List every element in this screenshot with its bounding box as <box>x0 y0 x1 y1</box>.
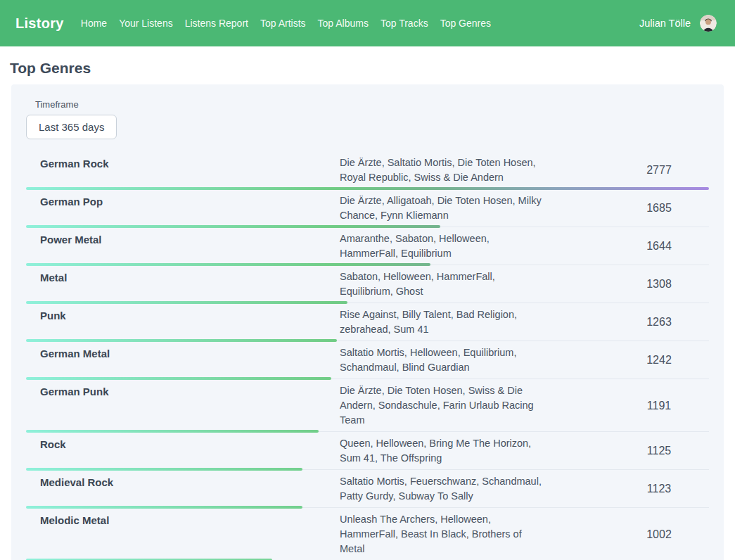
timeframe-label: Timeframe <box>35 99 709 110</box>
genre-row: German PopDie Ärzte, Alligatoah, Die Tot… <box>26 190 709 228</box>
genres-card: Timeframe Last 365 days German RockDie Ä… <box>11 84 724 560</box>
genre-count: 1191 <box>609 400 709 412</box>
genre-row: German MetalSaltatio Mortis, Helloween, … <box>26 342 709 380</box>
genres-table: German RockDie Ärzte, Saltatio Mortis, D… <box>26 152 709 560</box>
user-menu[interactable]: Julian Tölle <box>639 15 717 32</box>
nav-link-home[interactable]: Home <box>81 18 107 29</box>
genre-count: 1685 <box>609 202 709 215</box>
genre-row: German RockDie Ärzte, Saltatio Mortis, D… <box>26 152 709 190</box>
avatar-photo <box>700 15 717 32</box>
genre-artists: Amaranthe, Sabaton, Helloween, HammerFal… <box>340 231 545 261</box>
genre-name: German Punk <box>26 383 340 399</box>
genre-name: German Pop <box>26 193 340 209</box>
genre-count: 1123 <box>609 483 709 495</box>
genre-artists: Saltatio Mortis, Helloween, Equilibrium,… <box>340 345 545 375</box>
genre-count: 1002 <box>609 528 709 541</box>
genre-row: MetalSabaton, Helloween, HammerFall, Equ… <box>26 266 709 304</box>
nav-links: HomeYour ListensListens ReportTop Artist… <box>81 18 639 29</box>
genre-artists: Die Ärzte, Alligatoah, Die Toten Hosen, … <box>340 193 545 223</box>
top-navbar: Listory HomeYour ListensListens ReportTo… <box>0 0 735 46</box>
nav-link-top-tracks[interactable]: Top Tracks <box>381 18 428 29</box>
nav-link-listens-report[interactable]: Listens Report <box>185 18 248 29</box>
genre-artists: Unleash The Archers, Helloween, HammerFa… <box>340 512 545 556</box>
genre-artists: Saltatio Mortis, Feuerschwanz, Schandmau… <box>340 474 545 504</box>
nav-link-your-listens[interactable]: Your Listens <box>119 18 173 29</box>
timeframe-select[interactable]: Last 365 days <box>26 115 117 139</box>
genre-row: PunkRise Against, Billy Talent, Bad Reli… <box>26 304 709 342</box>
genre-name: Medieval Rock <box>26 474 340 490</box>
nav-link-top-artists[interactable]: Top Artists <box>260 18 306 29</box>
user-avatar[interactable] <box>700 15 717 32</box>
genre-name: German Metal <box>26 345 340 361</box>
genre-name: Power Metal <box>26 231 340 247</box>
genre-artists: Die Ärzte, Die Toten Hosen, Swiss & Die … <box>340 383 545 428</box>
genre-count: 2777 <box>609 164 709 177</box>
nav-link-top-genres[interactable]: Top Genres <box>440 18 491 29</box>
genre-artists: Queen, Helloween, Bring Me The Horizon, … <box>340 436 545 466</box>
nav-link-top-albums[interactable]: Top Albums <box>318 18 369 29</box>
genre-name: Metal <box>26 269 340 285</box>
genre-row: German PunkDie Ärzte, Die Toten Hosen, S… <box>26 380 709 433</box>
genre-count: 1242 <box>609 354 709 367</box>
genre-count: 1644 <box>609 240 709 253</box>
genre-count: 1308 <box>609 278 709 291</box>
user-name: Julian Tölle <box>639 18 691 29</box>
genre-row: Power MetalAmaranthe, Sabaton, Helloween… <box>26 228 709 266</box>
genre-artists: Sabaton, Helloween, HammerFall, Equilibr… <box>340 269 545 299</box>
main-content: Top Genres Timeframe Last 365 days Germa… <box>0 60 735 560</box>
genre-name: Melodic Metal <box>26 512 340 528</box>
genre-artists: Die Ärzte, Saltatio Mortis, Die Toten Ho… <box>340 155 545 185</box>
genre-row: RockQueen, Helloween, Bring Me The Horiz… <box>26 433 709 471</box>
genre-count: 1125 <box>609 445 709 457</box>
genre-name: Punk <box>26 307 340 323</box>
genre-name: Rock <box>26 436 340 452</box>
app-logo[interactable]: Listory <box>15 15 64 32</box>
genre-artists: Rise Against, Billy Talent, Bad Religion… <box>340 307 545 337</box>
genre-name: German Rock <box>26 155 340 171</box>
genre-row: Melodic MetalUnleash The Archers, Hellow… <box>26 509 709 560</box>
genre-count: 1263 <box>609 316 709 329</box>
page-title: Top Genres <box>10 60 724 77</box>
genre-row: Medieval RockSaltatio Mortis, Feuerschwa… <box>26 471 709 509</box>
